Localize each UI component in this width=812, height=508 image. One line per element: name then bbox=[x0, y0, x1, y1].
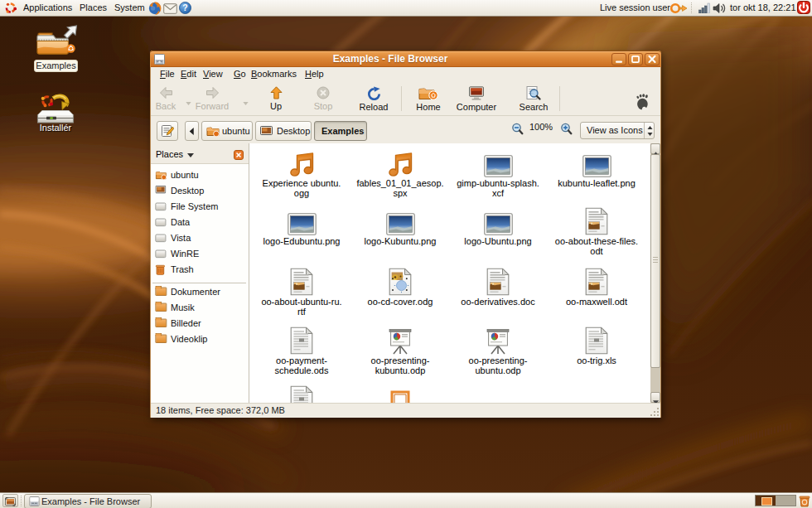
svg-text:?: ? bbox=[182, 2, 187, 12]
